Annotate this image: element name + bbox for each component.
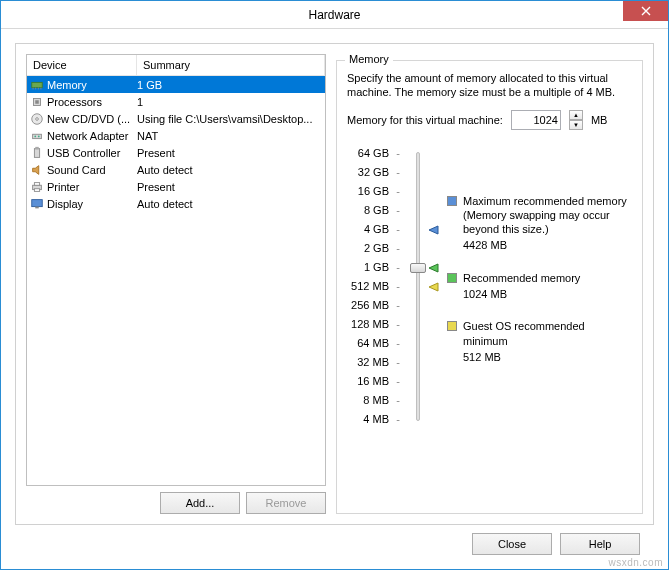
svg-rect-6 bbox=[35, 100, 39, 104]
slider-thumb[interactable] bbox=[410, 263, 426, 273]
column-header-summary[interactable]: Summary bbox=[137, 55, 325, 75]
memory-input[interactable] bbox=[511, 110, 561, 130]
close-window-button[interactable] bbox=[623, 1, 668, 21]
swatch-blue-icon bbox=[447, 196, 457, 206]
memory-spinner[interactable]: ▲ ▼ bbox=[569, 110, 583, 130]
tick-dash: - bbox=[396, 258, 400, 277]
device-row[interactable]: Processors 1 bbox=[27, 93, 325, 110]
tick-dash: - bbox=[396, 144, 400, 163]
help-button[interactable]: Help bbox=[560, 533, 640, 555]
device-name: Processors bbox=[47, 96, 137, 108]
add-button[interactable]: Add... bbox=[160, 492, 240, 514]
device-name: Network Adapter bbox=[47, 130, 137, 142]
tick-label: 8 MB bbox=[347, 391, 389, 410]
tick-dash: - bbox=[396, 391, 400, 410]
device-name: USB Controller bbox=[47, 147, 137, 159]
memory-description: Specify the amount of memory allocated t… bbox=[347, 71, 632, 100]
device-name: Memory bbox=[47, 79, 137, 91]
svg-point-11 bbox=[38, 135, 40, 137]
watermark: wsxdn.com bbox=[608, 557, 663, 568]
legend-min-value: 512 MB bbox=[463, 350, 632, 364]
list-header: Device Summary bbox=[27, 55, 325, 76]
tick-dash: - bbox=[396, 296, 400, 315]
tick-label: 32 GB bbox=[347, 163, 389, 182]
svg-rect-9 bbox=[33, 134, 42, 138]
legend-rec-title: Recommended memory bbox=[463, 271, 580, 285]
tick-dash: - bbox=[396, 410, 400, 429]
tick-dash: - bbox=[396, 220, 400, 239]
device-row[interactable]: Sound Card Auto detect bbox=[27, 161, 325, 178]
close-button[interactable]: Close bbox=[472, 533, 552, 555]
svg-rect-18 bbox=[35, 206, 39, 208]
device-row[interactable]: Memory 1 GB bbox=[27, 76, 325, 93]
marker-yellow-icon bbox=[429, 282, 439, 294]
cpu-icon bbox=[29, 94, 45, 110]
groupbox-title: Memory bbox=[345, 53, 393, 65]
device-name: Sound Card bbox=[47, 164, 137, 176]
spinner-up-icon[interactable]: ▲ bbox=[569, 110, 583, 120]
svg-point-10 bbox=[34, 135, 36, 137]
device-summary: 1 bbox=[137, 96, 323, 108]
marker-blue-icon bbox=[429, 225, 439, 237]
column-header-device[interactable]: Device bbox=[27, 55, 137, 75]
device-row[interactable]: Network Adapter NAT bbox=[27, 127, 325, 144]
legend-max-title: Maximum recommended memory bbox=[463, 194, 632, 208]
tick-label: 16 GB bbox=[347, 182, 389, 201]
memory-slider[interactable] bbox=[407, 144, 429, 429]
sound-icon bbox=[29, 162, 45, 178]
svg-rect-12 bbox=[34, 148, 39, 157]
tick-dash: - bbox=[396, 372, 400, 391]
memory-field-label: Memory for this virtual machine: bbox=[347, 114, 503, 126]
device-name: Display bbox=[47, 198, 137, 210]
tick-label: 64 MB bbox=[347, 334, 389, 353]
device-row[interactable]: Printer Present bbox=[27, 178, 325, 195]
legend-rec-value: 1024 MB bbox=[463, 287, 580, 301]
tick-label: 128 MB bbox=[347, 315, 389, 334]
tick-dash: - bbox=[396, 353, 400, 372]
memory-groupbox: Memory Specify the amount of memory allo… bbox=[336, 60, 643, 514]
device-row[interactable]: USB Controller Present bbox=[27, 144, 325, 161]
device-summary: Present bbox=[137, 147, 323, 159]
display-icon bbox=[29, 196, 45, 212]
svg-rect-17 bbox=[32, 199, 43, 206]
spinner-down-icon[interactable]: ▼ bbox=[569, 120, 583, 130]
device-name: Printer bbox=[47, 181, 137, 193]
tick-label: 64 GB bbox=[347, 144, 389, 163]
legend-max-sub: (Memory swapping may occur beyond this s… bbox=[463, 208, 632, 237]
window-title: Hardware bbox=[308, 8, 360, 22]
device-summary: 1 GB bbox=[137, 79, 323, 91]
svg-rect-3 bbox=[38, 87, 39, 89]
svg-rect-4 bbox=[41, 87, 42, 89]
tick-dash: - bbox=[396, 334, 400, 353]
disc-icon bbox=[29, 111, 45, 127]
usb-icon bbox=[29, 145, 45, 161]
legend-max-value: 4428 MB bbox=[463, 238, 632, 252]
memory-icon bbox=[29, 77, 45, 93]
device-summary: Auto detect bbox=[137, 198, 323, 210]
marker-green-icon bbox=[429, 263, 439, 275]
device-name: New CD/DVD (... bbox=[47, 113, 137, 125]
svg-rect-13 bbox=[35, 146, 39, 149]
tick-label: 16 MB bbox=[347, 372, 389, 391]
legend-min-title: Guest OS recommended minimum bbox=[463, 319, 632, 348]
tick-label: 512 MB bbox=[347, 277, 389, 296]
tick-label: 1 GB bbox=[347, 258, 389, 277]
tick-dash: - bbox=[396, 277, 400, 296]
close-icon bbox=[641, 6, 651, 16]
remove-button[interactable]: Remove bbox=[246, 492, 326, 514]
device-list[interactable]: Device Summary Memory 1 GB Processors 1 … bbox=[26, 54, 326, 486]
tick-label: 32 MB bbox=[347, 353, 389, 372]
device-summary: Present bbox=[137, 181, 323, 193]
device-row[interactable]: Display Auto detect bbox=[27, 195, 325, 212]
device-summary: NAT bbox=[137, 130, 323, 142]
tick-dash: - bbox=[396, 315, 400, 334]
tick-dash: - bbox=[396, 239, 400, 258]
svg-rect-0 bbox=[32, 82, 43, 87]
svg-rect-15 bbox=[34, 182, 39, 185]
tick-label: 256 MB bbox=[347, 296, 389, 315]
device-summary: Using file C:\Users\vamsi\Desktop... bbox=[137, 113, 323, 125]
device-summary: Auto detect bbox=[137, 164, 323, 176]
device-row[interactable]: New CD/DVD (... Using file C:\Users\vams… bbox=[27, 110, 325, 127]
tick-dash: - bbox=[396, 182, 400, 201]
svg-point-8 bbox=[36, 117, 39, 120]
